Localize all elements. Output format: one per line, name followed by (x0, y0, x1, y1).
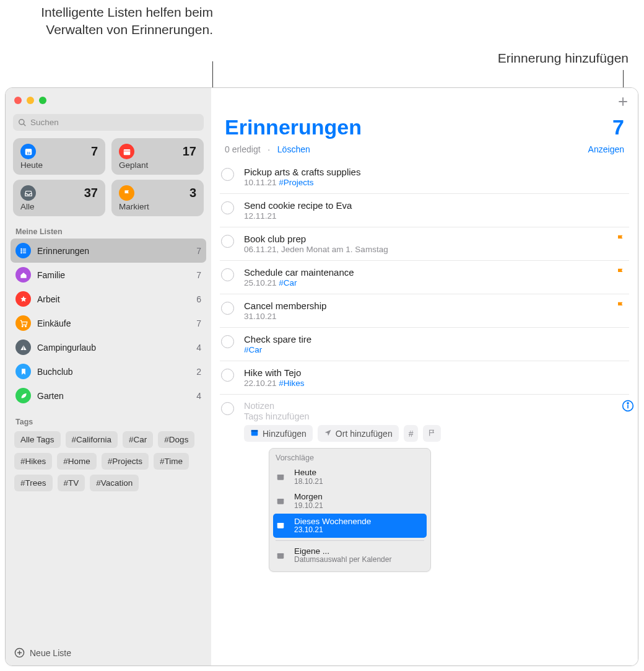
tag-chip[interactable]: #Projects (102, 453, 149, 470)
reminder-tag[interactable]: #Hikes (279, 379, 304, 388)
add-tag-chip[interactable]: # (404, 425, 419, 442)
completion-circle[interactable] (221, 168, 234, 181)
add-flag-chip[interactable] (423, 425, 441, 442)
completion-circle[interactable] (221, 302, 234, 315)
minimize-window-button[interactable] (27, 97, 34, 104)
tag-chip[interactable]: #Vacation (90, 475, 139, 491)
svg-text:19: 19 (27, 151, 30, 154)
calendar-icon (276, 520, 288, 530)
list-name: Buchclub (37, 367, 196, 377)
sidebar-list-campingurlaub[interactable]: Campingurlaub4 (11, 335, 206, 359)
sidebar-list-arbeit[interactable]: Arbeit6 (11, 287, 206, 311)
smart-card-count: 3 (189, 186, 196, 200)
quick-chips-row: Hinzufügen Ort hinzufügen # (244, 425, 629, 442)
reminder-tag[interactable]: #Car (244, 345, 262, 354)
reminder-row[interactable]: Pickup arts & crafts supplies10.11.21 #P… (220, 160, 629, 194)
list-name: Erinnerungen (37, 246, 196, 256)
close-window-button[interactable] (14, 97, 22, 104)
calendar-icon (276, 496, 288, 506)
delete-completed-button[interactable]: Löschen (277, 144, 310, 154)
completion-circle[interactable] (221, 402, 234, 415)
sidebar-list-erinnerungen[interactable]: Erinnerungen7 (11, 239, 206, 263)
reminder-row[interactable]: Hike with Tejo22.10.21 #Hikes (220, 361, 629, 395)
window-traffic-lights (6, 88, 211, 108)
add-tags-placeholder[interactable]: Tags hinzufügen (244, 411, 629, 421)
new-reminder-row[interactable]: Notizen Tags hinzufügen Hinzufügen Ort h… (211, 395, 638, 572)
sidebar-list-familie[interactable]: Familie7 (11, 263, 206, 287)
sidebar-list-buchclub[interactable]: Buchclub2 (11, 359, 206, 384)
tag-chip[interactable]: #Hikes (14, 453, 52, 470)
suggestion-subtitle: 23.10.21 (294, 526, 371, 535)
tags-container: Alle Tags#California#Car#Dogs#Hikes#Home… (6, 429, 211, 498)
smart-card-label: Markiert (119, 202, 196, 211)
smart-card-label: Geplant (119, 160, 196, 170)
smart-card-count: 37 (84, 186, 98, 200)
flag-icon (428, 429, 436, 439)
tag-chip[interactable]: #TV (58, 475, 85, 491)
show-completed-button[interactable]: Anzeigen (588, 144, 624, 154)
add-location-chip[interactable]: Ort hinzufügen (318, 425, 399, 442)
completion-circle[interactable] (221, 201, 234, 214)
reminder-tag[interactable]: #Car (279, 278, 297, 287)
reminder-tag[interactable]: #Projects (279, 178, 313, 187)
smart-card-markiert[interactable]: 3Markiert (111, 180, 204, 216)
tent-icon (15, 340, 31, 355)
tag-chip[interactable]: #Time (154, 453, 189, 470)
completion-circle[interactable] (221, 369, 234, 382)
list-name: Campingurlaub (37, 343, 196, 353)
reminder-row[interactable]: Send cookie recipe to Eva12.11.21 (220, 194, 629, 227)
reminder-row[interactable]: Book club prep06.11.21, Jeden Monat am 1… (220, 227, 629, 261)
tag-chip[interactable]: Alle Tags (14, 431, 61, 448)
reminder-subtitle: 22.10.21 #Hikes (244, 379, 624, 388)
app-window: Suchen 197Heute17Geplant37Alle3Markiert … (5, 87, 638, 666)
flag-icon (119, 185, 134, 201)
suggestion-item[interactable]: Morgen19.10.21 (269, 489, 430, 513)
add-date-chip[interactable]: Hinzufügen (244, 425, 313, 442)
add-reminder-button[interactable] (614, 93, 632, 110)
search-icon (18, 118, 27, 127)
svg-point-11 (20, 252, 21, 253)
search-input[interactable]: Suchen (13, 114, 204, 131)
tag-chip[interactable]: #Car (123, 431, 153, 448)
lists-heading: Meine Listen (6, 224, 211, 239)
suggestion-title: Heute (294, 468, 323, 478)
reminder-row[interactable]: Check spare tire#Car (220, 328, 629, 361)
calendar-icon (119, 144, 134, 159)
tag-chip[interactable]: #California (66, 431, 118, 448)
tag-chip[interactable]: #Dogs (158, 431, 194, 448)
tag-chip[interactable]: #Home (57, 453, 97, 470)
smart-card-alle[interactable]: 37Alle (13, 180, 105, 216)
new-list-button[interactable]: Neue Liste (6, 641, 211, 665)
info-circle-icon (622, 400, 634, 412)
calendar-icon (276, 551, 288, 561)
sidebar-list-garten[interactable]: Garten4 (11, 384, 206, 408)
suggestion-item[interactable]: Heute18.10.21 (269, 465, 430, 489)
tray-icon (20, 185, 36, 201)
suggestion-item[interactable]: Eigene ...Datumsauswahl per Kalender (269, 543, 430, 568)
house-icon (15, 267, 31, 283)
plus-circle-icon (14, 647, 25, 658)
plus-icon (617, 95, 629, 108)
smart-lists-grid: 197Heute17Geplant37Alle3Markiert (6, 138, 211, 224)
smart-card-heute[interactable]: 197Heute (13, 138, 105, 175)
calendar-today-icon: 19 (20, 144, 36, 159)
suggestion-title: Eigene ... (294, 546, 391, 556)
info-button[interactable] (622, 400, 634, 414)
list-count: 7 (196, 246, 201, 256)
completion-circle[interactable] (221, 335, 234, 348)
tag-chip[interactable]: #Trees (14, 475, 53, 491)
reminder-title: Check spare tire (244, 334, 624, 344)
notes-placeholder[interactable]: Notizen (244, 401, 629, 411)
reminder-row[interactable]: Schedule car maintenance25.10.21 #Car (220, 261, 629, 294)
flag-icon (616, 267, 625, 279)
reminder-row[interactable]: Cancel membership31.10.21 (220, 294, 629, 328)
fullscreen-window-button[interactable] (39, 97, 46, 104)
smart-card-count: 7 (91, 144, 98, 159)
smart-card-geplant[interactable]: 17Geplant (111, 138, 204, 175)
svg-rect-29 (277, 553, 284, 555)
sidebar-list-einkäufe[interactable]: Einkäufe7 (11, 311, 206, 335)
suggestion-subtitle: 19.10.21 (294, 502, 323, 511)
completion-circle[interactable] (221, 268, 234, 281)
suggestion-item[interactable]: Dieses Wochenende23.10.21 (273, 514, 427, 538)
completion-circle[interactable] (221, 235, 234, 248)
